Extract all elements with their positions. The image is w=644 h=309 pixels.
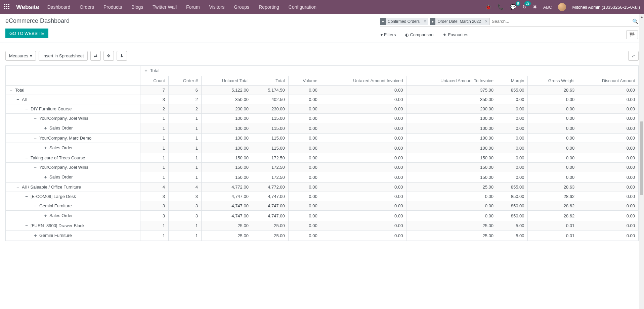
row-header[interactable]: −All bbox=[6, 95, 140, 104]
expand-icon[interactable]: ＋ bbox=[43, 213, 47, 219]
collapse-icon[interactable]: − bbox=[25, 106, 29, 111]
phone-icon[interactable]: 📞 bbox=[498, 4, 504, 10]
search-icon[interactable]: 🔍 bbox=[632, 18, 639, 24]
collapse-icon[interactable]: − bbox=[16, 97, 20, 102]
insert-spreadsheet-button[interactable]: Insert in Spreadsheet bbox=[39, 51, 88, 61]
data-cell: 0.00 bbox=[288, 201, 321, 211]
table-row: −Taking care of Trees Course11150.00172.… bbox=[6, 153, 639, 163]
data-cell: 0.00 bbox=[578, 86, 639, 95]
scroll-thumb[interactable] bbox=[640, 121, 643, 195]
search-input[interactable] bbox=[491, 17, 632, 25]
expand-icon[interactable]: ＋ bbox=[33, 233, 37, 239]
column-header[interactable]: Count bbox=[140, 76, 169, 86]
row-header[interactable]: −Taking care of Trees Course bbox=[6, 153, 140, 163]
data-cell: 0.00 bbox=[497, 153, 528, 163]
row-label: Total bbox=[15, 88, 24, 93]
top-navbar: Website DashboardOrdersProductsBlogsTwit… bbox=[0, 0, 644, 14]
row-header[interactable]: −All / Saleable / Office Furniture bbox=[6, 183, 140, 192]
column-total-header[interactable]: ＋Total bbox=[140, 66, 639, 76]
row-label: [FURN_8900] Drawer Black bbox=[31, 223, 84, 228]
messages-icon[interactable]: 💬8 bbox=[510, 4, 516, 10]
row-header[interactable]: −Gemini Furniture bbox=[6, 201, 140, 211]
collapse-icon[interactable]: − bbox=[25, 194, 29, 199]
row-header[interactable]: ＋Gemini Furniture bbox=[6, 230, 140, 241]
column-header[interactable]: Total bbox=[252, 76, 288, 86]
company-switcher[interactable]: ABC bbox=[543, 5, 552, 10]
fullscreen-button[interactable]: ⤢ bbox=[628, 51, 639, 61]
collapse-icon[interactable]: − bbox=[33, 136, 37, 141]
nav-reporting[interactable]: Reporting bbox=[259, 4, 279, 10]
nav-blogs[interactable]: Blogs bbox=[131, 4, 143, 10]
nav-dashboard[interactable]: Dashboard bbox=[47, 4, 71, 10]
expand-all-button[interactable]: ✥ bbox=[103, 51, 114, 61]
data-cell: 0.01 bbox=[528, 230, 578, 241]
activities-icon[interactable]: ↻32 bbox=[522, 4, 527, 10]
data-cell: 0.00 bbox=[288, 143, 321, 153]
row-header[interactable]: −YourCompany, Marc Demo bbox=[6, 134, 140, 143]
nav-groups[interactable]: Groups bbox=[234, 4, 249, 10]
dashboard-view-button[interactable]: 🏁 bbox=[626, 30, 638, 39]
row-header[interactable]: −Total bbox=[6, 86, 140, 95]
data-cell: 1 bbox=[140, 134, 169, 143]
data-cell: 28.62 bbox=[528, 211, 578, 221]
row-header[interactable]: ＋Sales Order bbox=[6, 123, 140, 134]
app-brand[interactable]: Website bbox=[16, 4, 39, 11]
measures-dropdown[interactable]: Measures▾ bbox=[5, 51, 36, 61]
collapse-icon[interactable]: − bbox=[33, 165, 37, 170]
expand-icon[interactable]: ＋ bbox=[43, 145, 47, 151]
collapse-icon[interactable]: − bbox=[25, 155, 29, 160]
expand-icon[interactable]: ＋ bbox=[43, 125, 47, 131]
avatar[interactable] bbox=[558, 3, 566, 11]
expand-icon[interactable]: ＋ bbox=[43, 174, 47, 180]
collapse-icon[interactable]: − bbox=[33, 203, 37, 208]
gauge-icon: 🏁 bbox=[629, 32, 635, 37]
go-to-website-button[interactable]: GO TO WEBSITE bbox=[5, 29, 48, 38]
flip-axis-button[interactable]: ⇄ bbox=[90, 51, 101, 61]
nav-products[interactable]: Products bbox=[103, 4, 122, 10]
column-header[interactable]: Volume bbox=[288, 76, 321, 86]
row-header[interactable]: −YourCompany, Joel Willis bbox=[6, 114, 140, 123]
row-header[interactable]: −[FURN_8900] Drawer Black bbox=[6, 221, 140, 230]
nav-orders[interactable]: Orders bbox=[80, 4, 94, 10]
row-header[interactable]: ＋Sales Order bbox=[6, 211, 140, 221]
row-header[interactable]: −YourCompany, Joel Willis bbox=[6, 163, 140, 172]
collapse-icon[interactable]: − bbox=[25, 223, 29, 228]
column-header[interactable]: Untaxed Amount Invoiced bbox=[321, 76, 406, 86]
row-header[interactable]: −DIY Furniture Course bbox=[6, 104, 140, 114]
column-header[interactable]: Discount Amount bbox=[578, 76, 639, 86]
row-header[interactable]: ＋Sales Order bbox=[6, 172, 140, 183]
collapse-icon[interactable]: − bbox=[9, 88, 13, 93]
chip-remove-icon[interactable]: × bbox=[422, 19, 428, 24]
row-header[interactable]: ＋Sales Order bbox=[6, 143, 140, 153]
nav-visitors[interactable]: Visitors bbox=[209, 4, 225, 10]
collapse-icon[interactable]: − bbox=[16, 185, 20, 190]
data-cell: 3 bbox=[140, 95, 169, 104]
column-header[interactable]: Untaxed Total bbox=[201, 76, 252, 86]
nav-forum[interactable]: Forum bbox=[186, 4, 200, 10]
row-header[interactable]: −[E-COM09] Large Desk bbox=[6, 192, 140, 201]
favourites-dropdown[interactable]: ★Favourites bbox=[443, 32, 468, 37]
collapse-icon[interactable]: − bbox=[33, 116, 37, 121]
bug-icon[interactable]: 🐞 bbox=[485, 4, 491, 10]
chip-remove-icon[interactable]: × bbox=[483, 19, 489, 24]
nav-configuration[interactable]: Configuration bbox=[289, 4, 316, 10]
scroll-up-icon[interactable]: ▴ bbox=[639, 14, 644, 19]
user-name[interactable]: Mitchell Admin (13353256-15-0-all) bbox=[572, 5, 640, 10]
column-header[interactable]: Order # bbox=[168, 76, 201, 86]
comparison-dropdown[interactable]: ◐Comparison bbox=[405, 32, 433, 37]
filter-icon: ▾ bbox=[381, 33, 383, 37]
column-header[interactable]: Gross Weight bbox=[528, 76, 578, 86]
data-cell: 7 bbox=[140, 86, 169, 95]
apps-launcher-icon[interactable] bbox=[4, 4, 11, 10]
table-row: −Total765,122.005,174.500.000.00375.0085… bbox=[6, 86, 639, 95]
data-cell: 0.00 bbox=[528, 95, 578, 104]
download-xlsx-button[interactable]: ⬇ bbox=[117, 51, 127, 61]
table-row: −[FURN_8900] Drawer Black1125.0025.000.0… bbox=[6, 221, 639, 230]
column-header[interactable]: Untaxed Amount To Invoice bbox=[406, 76, 497, 86]
tools-icon[interactable]: ✖ bbox=[533, 4, 537, 10]
column-header[interactable]: Margin bbox=[497, 76, 528, 86]
filters-dropdown[interactable]: ▾Filters bbox=[381, 32, 396, 37]
scrollbar[interactable]: ▴ bbox=[639, 14, 644, 246]
nav-twitter-wall[interactable]: Twitter Wall bbox=[153, 4, 177, 10]
filter-icon: ▾ bbox=[430, 18, 435, 25]
